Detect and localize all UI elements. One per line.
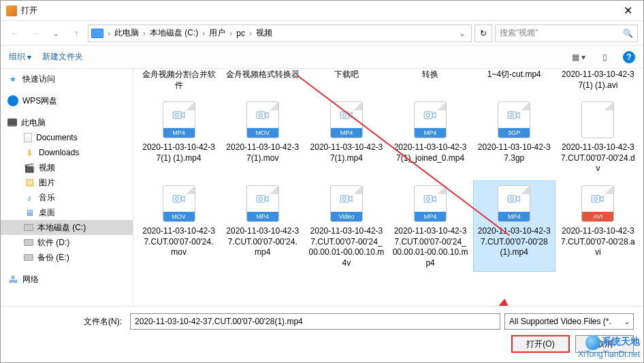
file-item[interactable]: MP42020-11-03-10-42-37(1)_joined_0.mp4 (389, 97, 471, 178)
wps-icon (7, 95, 18, 106)
file-thumbnail: MOV (243, 100, 283, 140)
video-icon: 🎬 (24, 162, 35, 173)
file-name: 2020-11-03-10-42-37.CUT.00'07-00'24.mp4 (223, 226, 302, 258)
sidebar-downloads[interactable]: ⬇Downloads (1, 145, 133, 160)
sidebar: ★快速访问 WPS网盘 此电脑 Documents ⬇Downloads 🎬视频… (1, 69, 133, 306)
file-item[interactable]: 金舟视频分割合并软件 (138, 69, 220, 94)
file-name: 2020-11-03-10-42-37.CUT.00'07-00'28(1).m… (475, 226, 553, 258)
new-folder-button[interactable]: 新建文件夹 (42, 51, 83, 63)
video-file-icon: MP4 (246, 185, 279, 222)
cancel-button[interactable]: 取消 (575, 335, 634, 353)
forward-button[interactable]: → (27, 25, 44, 42)
toolbar: 组织 ▾ 新建文件夹 ▦ ▾ ▯ ? (1, 46, 643, 69)
preview-pane-button[interactable]: ▯ (597, 50, 612, 65)
sidebar-documents[interactable]: Documents (1, 130, 133, 145)
file-name: 2020-11-03-10-42-37(1).mov (223, 142, 302, 163)
sidebar-drive-d[interactable]: 软件 (D:) (1, 235, 133, 250)
sidebar-wps[interactable]: WPS网盘 (1, 93, 133, 108)
file-item[interactable]: MP42020-11-03-10-42-37.CUT.00'07-00'28(1… (473, 180, 556, 272)
video-file-icon: AVI (581, 185, 614, 222)
pc-icon (91, 29, 103, 38)
sidebar-videos[interactable]: 🎬视频 (1, 160, 133, 175)
file-item[interactable]: 2020-11-03-10-42-37.CUT.00'07-00'24.dv (557, 97, 639, 178)
view-options-button[interactable]: ▦ ▾ (571, 50, 586, 65)
breadcrumb[interactable]: › 此电脑 › 本地磁盘 (C:) › 用户 › pc › 视频 ⌄ (88, 25, 472, 42)
sidebar-quick-access[interactable]: ★快速访问 (1, 72, 133, 86)
open-button[interactable]: 打开(O) (511, 335, 570, 353)
up-button[interactable]: ↑ (67, 25, 85, 42)
file-name: 2020-11-03-10-42-37(1).mp4 (307, 142, 385, 163)
svg-rect-16 (424, 195, 432, 202)
document-icon (24, 133, 32, 142)
sidebar-drive-c[interactable]: 本地磁盘 (C:) (1, 220, 133, 235)
app-icon (6, 5, 17, 16)
file-thumbnail: AVI (578, 184, 617, 223)
file-item[interactable]: Video2020-11-03-10-42-37.CUT.00'07-00'24… (305, 180, 387, 272)
footer: 文件名(N): 2020-11-03-10-42-37.CUT.00'07-00… (1, 306, 643, 362)
file-name: 2020-11-03-10-42-37.CUT.00'07-00'24_00.0… (307, 226, 385, 268)
video-file-icon: MOV (246, 101, 279, 138)
crumb-videos[interactable]: 视频 (253, 27, 275, 39)
sidebar-desktop[interactable]: 🖥桌面 (1, 205, 133, 220)
sidebar-pictures[interactable]: 🖼图片 (1, 175, 133, 190)
file-item[interactable]: 金舟视频格式转换器 (221, 69, 304, 94)
crumb-this-pc[interactable]: 此电脑 (112, 27, 142, 39)
chevron-right-icon: › (249, 29, 252, 38)
video-file-icon: MOV (163, 185, 195, 222)
file-item[interactable]: 2020-11-03-10-42-37(1) (1).avi (557, 69, 639, 94)
sidebar-this-pc[interactable]: 此电脑 (1, 115, 133, 130)
file-item[interactable]: MP42020-11-03-10-42-37.CUT.00'07-00'24.m… (221, 180, 304, 272)
video-file-icon: MP4 (414, 185, 447, 222)
svg-rect-14 (340, 195, 349, 202)
titlebar: 打开 ✕ (1, 1, 643, 21)
file-item[interactable]: AVI2020-11-03-10-42-37.CUT.00'07-00'28.a… (557, 180, 639, 272)
organize-menu[interactable]: 组织 ▾ (9, 51, 31, 63)
sidebar-music[interactable]: ♪音乐 (1, 190, 133, 205)
file-item[interactable]: 转换 (389, 69, 471, 94)
file-name: 下载吧 (333, 69, 360, 89)
file-item[interactable]: MP42020-11-03-10-42-37(1).mp4 (305, 97, 387, 178)
crumb-pc[interactable]: pc (234, 29, 248, 38)
file-thumbnail: Video (327, 184, 366, 223)
file-open-dialog: 打开 ✕ ← → ⌄ ↑ › 此电脑 › 本地磁盘 (C:) › 用户 › pc… (0, 0, 644, 363)
crumb-disk-c[interactable]: 本地磁盘 (C:) (147, 27, 201, 39)
recent-locations-button[interactable]: ⌄ (47, 25, 65, 42)
drive-icon (24, 224, 33, 231)
file-list[interactable]: 金舟视频分割合并软件金舟视频格式转换器下载吧转换1~4切-cut.mp42020… (133, 69, 643, 306)
sidebar-drive-e[interactable]: 备份 (E:) (1, 250, 133, 265)
breadcrumb-dropdown-icon[interactable]: ⌄ (456, 29, 468, 38)
svg-point-17 (426, 198, 430, 201)
filename-input[interactable]: 2020-11-03-10-42-37.CUT.00'07-00'28(1).m… (130, 313, 500, 330)
file-item[interactable]: 1~4切-cut.mp4 (473, 69, 556, 94)
file-name: 2020-11-03-10-42-37(1) (1).mp4 (140, 142, 218, 163)
file-item[interactable]: MOV2020-11-03-10-42-37(1).mov (221, 97, 304, 178)
back-button[interactable]: ← (6, 25, 24, 42)
picture-icon: 🖼 (24, 177, 35, 188)
filename-label: 文件名(N): (10, 316, 126, 328)
file-name: 2020-11-03-10-42-37(1)_joined_0.mp4 (391, 142, 469, 163)
star-icon: ★ (7, 74, 18, 84)
file-item[interactable]: MP42020-11-03-10-42-37(1) (1).mp4 (138, 97, 220, 178)
search-icon[interactable]: 🔍 (623, 29, 633, 38)
video-file-icon: MP4 (163, 101, 195, 138)
sidebar-network[interactable]: 🖧网络 (1, 272, 133, 287)
help-icon[interactable]: ? (623, 51, 635, 63)
refresh-button[interactable]: ↻ (474, 25, 492, 42)
chevron-down-icon: ▾ (27, 52, 31, 62)
svg-point-7 (426, 114, 430, 117)
search-input[interactable]: 搜索"视频" 🔍 (495, 25, 638, 42)
dialog-body: ★快速访问 WPS网盘 此电脑 Documents ⬇Downloads 🎬视频… (1, 69, 643, 306)
close-icon[interactable]: ✕ (618, 4, 638, 17)
video-file-icon: Video (330, 185, 363, 222)
file-name: 2020-11-03-10-42-37.CUT.00'07-00'24.dv (559, 142, 637, 174)
svg-rect-0 (173, 112, 181, 119)
file-thumbnail: MP4 (410, 100, 450, 140)
crumb-users[interactable]: 用户 (206, 27, 228, 39)
svg-point-15 (342, 198, 346, 201)
file-item[interactable]: MP42020-11-03-10-42-37.CUT.00'07-00'24_0… (389, 180, 471, 272)
file-item[interactable]: MOV2020-11-03-10-42-37.CUT.00'07-00'24.m… (138, 180, 220, 272)
file-item[interactable]: 3GP2020-11-03-10-42-37.3gp (473, 97, 556, 178)
filetype-dropdown[interactable]: All Supported Video Files (*. (504, 313, 634, 330)
file-name: 2020-11-03-10-42-37.3gp (475, 142, 553, 163)
svg-point-3 (259, 114, 262, 117)
